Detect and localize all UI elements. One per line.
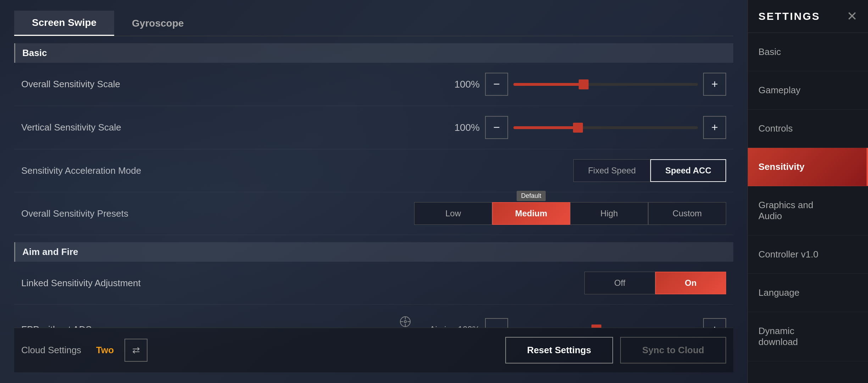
overall-sensitivity-fill xyxy=(513,83,584,86)
fpp-plus[interactable]: + xyxy=(703,318,726,328)
sensitivity-mode-toggle: Fixed Speed Speed ACC xyxy=(573,159,726,182)
overall-sensitivity-thumb[interactable] xyxy=(579,79,589,89)
preset-low[interactable]: Low xyxy=(414,202,492,225)
fpp-thumb[interactable] xyxy=(591,324,601,328)
vertical-sensitivity-row: Vertical Sensitivity Scale 100% − + xyxy=(14,106,733,149)
sidebar-item-graphics-audio[interactable]: Graphics andAudio xyxy=(748,186,868,235)
overall-sensitivity-control: 100% − + xyxy=(234,73,726,96)
overall-sensitivity-plus[interactable]: + xyxy=(703,73,726,96)
svg-point-5 xyxy=(404,321,406,323)
preset-medium[interactable]: Medium xyxy=(492,202,570,225)
aim-icons-group xyxy=(398,315,412,328)
vertical-sensitivity-track xyxy=(513,126,698,129)
sidebar-item-gameplay[interactable]: Gameplay xyxy=(748,71,868,110)
sidebar-item-language[interactable]: Language xyxy=(748,274,868,312)
aim-section-header: Aim and Fire xyxy=(14,242,733,262)
sensitivity-mode-label: Sensitivity Acceleration Mode xyxy=(21,165,234,176)
reset-settings-button[interactable]: Reset Settings xyxy=(505,337,613,363)
fpp-row: FPP without ADS xyxy=(14,305,733,328)
cloud-settings-label: Cloud Settings xyxy=(21,345,81,356)
tab-gyroscope[interactable]: Gyroscope xyxy=(114,11,201,36)
preset-high[interactable]: High xyxy=(570,202,648,225)
sidebar-item-controls[interactable]: Controls xyxy=(748,110,868,148)
sync-to-cloud-button[interactable]: Sync to Cloud xyxy=(620,337,726,363)
linked-sensitivity-control: Off On xyxy=(234,272,726,294)
vertical-sensitivity-value: 100% xyxy=(444,122,480,133)
overall-sensitivity-value: 100% xyxy=(444,79,480,90)
aiming-label: Aiming 100% xyxy=(423,324,480,328)
linked-sensitivity-toggle: Off On xyxy=(584,272,726,294)
preset-custom[interactable]: Custom xyxy=(648,202,726,225)
cloud-settings-value: Two xyxy=(96,345,114,356)
sidebar-title: SETTINGS xyxy=(758,10,820,22)
tab-bar: Screen Swipe Gyroscope xyxy=(14,11,733,36)
sidebar: SETTINGS ✕ Basic Gameplay Controls Sensi… xyxy=(747,0,868,383)
vertical-sensitivity-thumb[interactable] xyxy=(573,123,583,133)
overall-sensitivity-track xyxy=(513,83,698,86)
sensitivity-presets-row: Overall Sensitivity Presets Low Default … xyxy=(14,192,733,235)
fpp-slider[interactable] xyxy=(513,318,698,328)
sidebar-item-basic[interactable]: Basic xyxy=(748,33,868,71)
vertical-sensitivity-label: Vertical Sensitivity Scale xyxy=(21,122,234,133)
crosshair-icon xyxy=(398,315,412,328)
cloud-sync-icon-button[interactable]: ⇄ xyxy=(124,339,148,362)
settings-area: Basic Overall Sensitivity Scale 100% − +… xyxy=(14,36,733,328)
overall-sensitivity-minus[interactable]: − xyxy=(485,73,508,96)
sidebar-item-controller[interactable]: Controller v1.0 xyxy=(748,235,868,274)
close-icon[interactable]: ✕ xyxy=(847,9,857,24)
overall-sensitivity-label: Overall Sensitivity Scale xyxy=(21,79,234,90)
fpp-minus[interactable]: − xyxy=(485,318,508,328)
fpp-control: Aiming 100% − + xyxy=(234,315,726,328)
linked-sensitivity-label: Linked Sensitivity Adjustment xyxy=(21,278,234,289)
basic-section-header: Basic xyxy=(14,43,733,63)
default-badge: Default xyxy=(517,191,545,201)
sensitivity-presets-group: Low Default Medium High Custom xyxy=(414,202,726,225)
vertical-sensitivity-fill xyxy=(513,126,578,129)
sidebar-header: SETTINGS ✕ xyxy=(748,0,868,33)
vertical-sensitivity-minus[interactable]: − xyxy=(485,116,508,139)
sidebar-items-list: Basic Gameplay Controls Sensitivity Grap… xyxy=(748,33,868,383)
toggle-speed-acc[interactable]: Speed ACC xyxy=(650,159,726,182)
toggle-on[interactable]: On xyxy=(655,272,726,294)
vertical-sensitivity-slider[interactable] xyxy=(513,116,698,139)
preset-medium-wrapper: Default Medium xyxy=(492,202,570,225)
main-panel: Screen Swipe Gyroscope Basic Overall Sen… xyxy=(0,0,747,383)
bottom-buttons: Reset Settings Sync to Cloud xyxy=(505,337,726,363)
sensitivity-presets-label: Overall Sensitivity Presets xyxy=(21,208,234,219)
sidebar-item-sensitivity[interactable]: Sensitivity xyxy=(748,148,868,186)
sensitivity-mode-row: Sensitivity Acceleration Mode Fixed Spee… xyxy=(14,149,733,192)
overall-sensitivity-row: Overall Sensitivity Scale 100% − + xyxy=(14,63,733,106)
vertical-sensitivity-control: 100% − + xyxy=(234,116,726,139)
toggle-fixed-speed[interactable]: Fixed Speed xyxy=(573,159,650,182)
toggle-off[interactable]: Off xyxy=(584,272,655,294)
overall-sensitivity-slider[interactable] xyxy=(513,73,698,96)
linked-sensitivity-row: Linked Sensitivity Adjustment Off On xyxy=(14,262,733,305)
tab-screen-swipe[interactable]: Screen Swipe xyxy=(14,11,114,36)
vertical-sensitivity-plus[interactable]: + xyxy=(703,116,726,139)
bottom-bar: Cloud Settings Two ⇄ Reset Settings Sync… xyxy=(14,328,733,372)
sensitivity-presets-control: Low Default Medium High Custom xyxy=(234,202,726,225)
sensitivity-mode-control: Fixed Speed Speed ACC xyxy=(234,159,726,182)
sidebar-item-dynamic-download[interactable]: Dynamicdownload xyxy=(748,312,868,361)
fpp-label: FPP without ADS xyxy=(21,324,234,328)
